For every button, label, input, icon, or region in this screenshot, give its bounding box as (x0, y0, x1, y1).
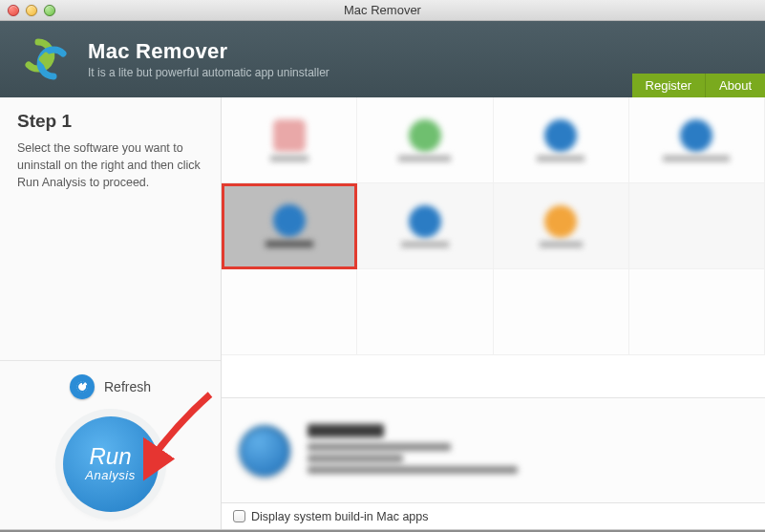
footer-row: Display system build-in Mac apps (222, 502, 765, 529)
register-button[interactable]: Register (632, 74, 705, 97)
refresh-button[interactable]: Refresh (70, 374, 151, 399)
annotation-arrow-icon (143, 390, 229, 504)
app-cell[interactable] (629, 269, 765, 355)
display-system-apps-label: Display system build-in Mac apps (251, 510, 429, 523)
app-cell[interactable] (357, 97, 493, 183)
minimize-window-button[interactable] (26, 5, 37, 16)
app-logo-icon (19, 32, 73, 86)
run-label-top: Run (89, 446, 131, 468)
app-cell-selected[interactable] (222, 183, 357, 269)
sidebar-bottom: Refresh Run Analysis (0, 360, 221, 529)
run-analysis-button[interactable]: Run Analysis (63, 416, 159, 512)
zoom-window-button[interactable] (44, 5, 55, 16)
app-grid[interactable] (222, 97, 765, 397)
sidebar: Step 1 Select the software you want to u… (0, 97, 222, 529)
main-panel: Display system build-in Mac apps (222, 97, 765, 529)
app-cell[interactable] (494, 269, 629, 355)
display-system-apps-checkbox[interactable] (233, 510, 245, 522)
app-cell[interactable] (222, 269, 357, 355)
traffic-lights (8, 5, 55, 16)
app-cell[interactable] (222, 97, 357, 183)
refresh-icon (70, 374, 95, 399)
app-subtitle: It is a lite but powerful automatic app … (88, 66, 329, 79)
step-description: Select the software you want to uninstal… (17, 139, 203, 191)
app-detail-panel (222, 397, 765, 502)
about-button[interactable]: About (705, 74, 765, 97)
detail-app-icon (239, 425, 290, 477)
window-title: Mac Remover (344, 3, 421, 17)
app-cell[interactable] (629, 183, 765, 269)
detail-app-text (308, 424, 748, 478)
app-cell[interactable] (357, 269, 493, 355)
app-title: Mac Remover (88, 39, 329, 64)
step-panel: Step 1 Select the software you want to u… (0, 97, 221, 191)
app-cell[interactable] (494, 183, 629, 269)
app-cell[interactable] (629, 97, 765, 183)
close-window-button[interactable] (8, 5, 19, 16)
app-cell[interactable] (357, 183, 493, 269)
app-cell[interactable] (494, 97, 629, 183)
header-text: Mac Remover It is a lite but powerful au… (88, 39, 329, 79)
run-label-bottom: Analysis (85, 468, 135, 482)
step-title: Step 1 (17, 111, 203, 132)
app-header: Mac Remover It is a lite but powerful au… (0, 21, 765, 97)
window-titlebar: Mac Remover (0, 0, 765, 21)
header-actions: Register About (632, 74, 765, 97)
refresh-label: Refresh (104, 379, 151, 394)
